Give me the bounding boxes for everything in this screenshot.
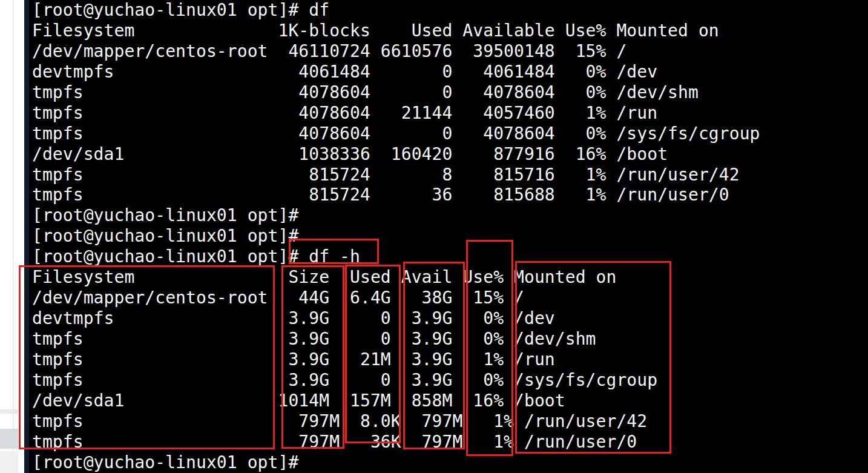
prompt-line-dfh-command: [root@yuchao-linux01 opt]# df -h — [29, 246, 868, 267]
terminal-window[interactable]: [root@yuchao-linux01 opt]# df Filesystem… — [29, 0, 868, 473]
background-window-bar — [0, 429, 18, 449]
gutter-divider-line — [13, 0, 14, 473]
dfh-table-row-line: devtmpfs 3.9G 0 3.9G 0% /dev — [29, 308, 868, 329]
dfh-table-row-line: tmpfs 797M 8.0K 797M 1% /run/user/42 — [29, 411, 868, 432]
dfh-table-row-line: /dev/mapper/centos-root 44G 6.4G 38G 15%… — [29, 288, 868, 308]
dfh-table-row-line: tmpfs 3.9G 21M 3.9G 1% /run — [29, 349, 868, 370]
prompt-line-df-command: [root@yuchao-linux01 opt]# df — [29, 0, 868, 21]
dfh-table-row-line: /dev/sda1 1014M 157M 858M 16% /boot — [29, 391, 868, 411]
df-table-row-line: tmpfs 4078604 21144 4057460 1% /run — [29, 103, 868, 124]
df-table-row-line: /dev/sda1 1038336 160420 877916 16% /boo… — [29, 144, 868, 165]
background-window-bar — [0, 409, 18, 414]
prompt-line-empty: [root@yuchao-linux01 opt]# — [29, 226, 868, 246]
prompt-line-empty: [root@yuchao-linux01 opt]# — [29, 205, 868, 226]
desktop-gutter — [0, 0, 24, 473]
df-table-row-line: tmpfs 815724 8 815716 1% /run/user/42 — [29, 165, 868, 185]
terminal-window-border — [24, 0, 29, 473]
df-table-header-line: Filesystem 1K-blocks Used Available Use%… — [29, 21, 868, 41]
df-table-row-line: /dev/mapper/centos-root 46110724 6610576… — [29, 41, 868, 62]
dfh-table-row-line: tmpfs 3.9G 0 3.9G 0% /sys/fs/cgroup — [29, 370, 868, 391]
dfh-table-row-line: tmpfs 3.9G 0 3.9G 0% /dev/shm — [29, 329, 868, 349]
df-table-row-line: tmpfs 4078604 0 4078604 0% /sys/fs/cgrou… — [29, 124, 868, 144]
df-table-row-line: tmpfs 815724 36 815688 1% /run/user/0 — [29, 185, 868, 205]
df-table-row-line: devtmpfs 4061484 0 4061484 0% /dev — [29, 62, 868, 82]
df-table-row-line: tmpfs 4078604 0 4078604 0% /dev/shm — [29, 82, 868, 103]
background-window-bar — [0, 451, 18, 473]
dfh-table-row-line: tmpfs 797M 36K 797M 1% /run/user/0 — [29, 432, 868, 452]
dfh-table-header-line: Filesystem Size Used Avail Use% Mounted … — [29, 267, 868, 288]
prompt-line-current: [root@yuchao-linux01 opt]# — [29, 452, 868, 473]
